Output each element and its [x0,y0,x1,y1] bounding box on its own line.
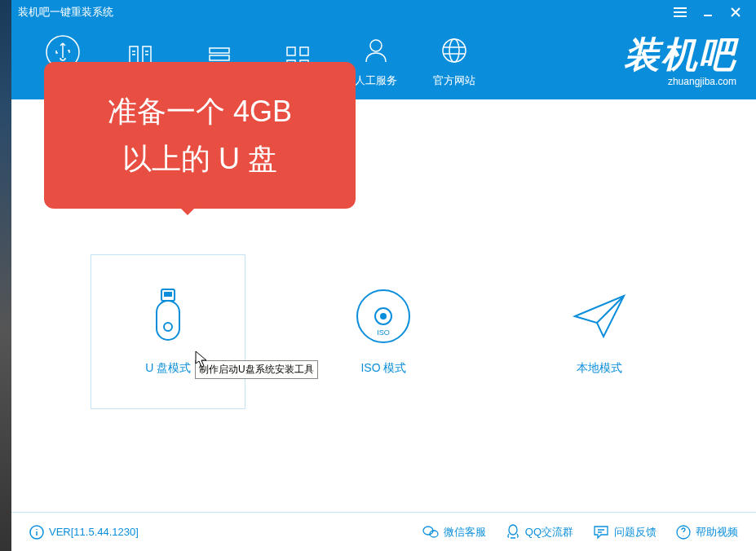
mode-local[interactable]: 本地模式 [522,254,677,409]
app-window: 装机吧一键重装系统 U [11,0,756,551]
svg-rect-7 [300,47,308,55]
link-label: 微信客服 [444,525,486,540]
brand-name: 装机吧 [624,31,736,79]
close-button[interactable] [722,2,749,23]
svg-rect-3 [210,48,229,53]
svg-rect-14 [165,293,167,296]
content-area: 准备一个 4GB 以上的 U 盘 U 盘模式 ISO ISO 模式 本地模式 [11,99,756,512]
svg-point-12 [449,39,459,62]
svg-point-10 [370,40,382,51]
help-icon [676,525,691,540]
usb-drive-icon [150,288,186,345]
help-link[interactable]: 帮助视频 [676,524,738,540]
qq-icon [506,524,520,540]
minimize-button[interactable] [694,2,722,23]
callout-line1: 准备一个 4GB [108,88,292,135]
paper-plane-icon [571,288,628,345]
svg-rect-6 [287,47,295,55]
svg-rect-15 [169,293,171,296]
nav-website[interactable]: 官方网站 [419,24,489,98]
window-title: 装机吧一键重装系统 [18,5,666,20]
footer-links: 微信客服 QQ交流群 问题反馈 帮助视频 [422,524,738,540]
svg-point-11 [443,39,466,62]
tooltip: 制作启动U盘系统安装工具 [195,360,318,379]
wechat-icon [422,525,439,540]
link-label: 问题反馈 [614,525,657,540]
svg-point-25 [509,525,517,535]
svg-rect-4 [210,55,229,60]
svg-point-17 [164,323,172,331]
svg-rect-16 [157,301,179,340]
svg-point-20 [381,314,386,319]
link-label: 帮助视频 [696,525,738,540]
titlebar: 装机吧一键重装系统 [11,0,756,24]
version-info[interactable]: VER[11.5.44.1230] [29,525,139,540]
globe-icon [440,34,469,67]
callout-line2: 以上的 U 盘 [122,135,277,183]
menu-button[interactable] [666,2,694,23]
link-label: QQ交流群 [525,525,573,540]
mode-usb[interactable]: U 盘模式 [91,254,245,409]
person-icon [361,34,391,67]
mode-label: U 盘模式 [145,361,191,376]
instruction-callout: 准备一个 4GB 以上的 U 盘 [44,62,356,209]
mode-label: ISO 模式 [360,361,406,376]
version-text: VER[11.5.44.1230] [49,526,139,538]
footer: VER[11.5.44.1230] 微信客服 QQ交流群 问题反馈 帮助视频 [11,512,756,551]
info-icon [29,525,44,540]
mode-label: 本地模式 [577,361,622,376]
mode-iso[interactable]: ISO ISO 模式 [306,254,461,409]
wechat-link[interactable]: 微信客服 [422,524,486,540]
brand-logo: 装机吧 zhuangjiba.com [624,31,736,87]
svg-text:ISO: ISO [378,328,391,337]
feedback-link[interactable]: 问题反馈 [593,524,657,540]
nav-label: 官方网站 [433,73,475,88]
chat-icon [593,525,609,540]
qq-link[interactable]: QQ交流群 [506,524,573,540]
disc-icon: ISO [355,288,412,345]
nav-label: 人工服务 [355,73,397,88]
